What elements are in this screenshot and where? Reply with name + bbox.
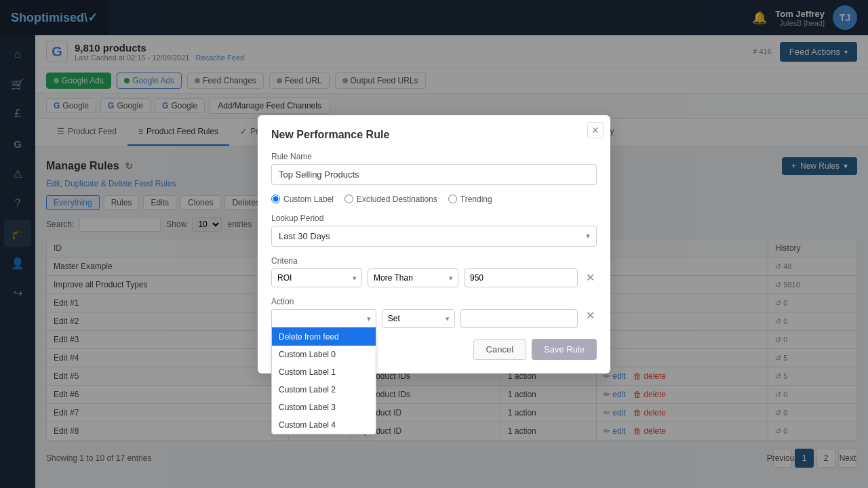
radio-trending[interactable]: Trending [448, 195, 492, 204]
radio-trending-text: Trending [460, 195, 492, 204]
rule-name-group: Rule Name [271, 152, 597, 185]
cancel-button[interactable]: Cancel [473, 339, 526, 360]
dropdown-item-custom-label-2[interactable]: Custom Label 2 [272, 381, 376, 399]
action-label: Action [271, 297, 597, 306]
dropdown-item-custom-label-1[interactable]: Custom Label 1 [272, 363, 376, 381]
new-performance-rule-modal: ✕ New Performance Rule Rule Name Custom … [258, 115, 610, 373]
criteria-field-wrapper: ROI Revenue Orders Clicks Impressions CT… [271, 268, 362, 287]
dropdown-item-custom-label-3[interactable]: Custom Label 3 [272, 399, 376, 416]
save-rule-button[interactable]: Save Rule [532, 339, 597, 360]
radio-excluded-text: Excluded Destinations [357, 195, 437, 204]
criteria-label: Criteria [271, 256, 597, 266]
criteria-group: Criteria ROI Revenue Orders Clicks Impre… [271, 256, 597, 287]
modal-overlay[interactable]: ✕ New Performance Rule Rule Name Custom … [0, 0, 868, 488]
radio-group: Custom Label Excluded Destinations Trend… [271, 195, 597, 204]
criteria-op-wrapper: More Than Less Than Equal To Between [368, 268, 458, 287]
radio-excluded-input[interactable] [344, 195, 353, 203]
radio-options: Custom Label Excluded Destinations Trend… [271, 195, 597, 204]
criteria-value-input[interactable] [464, 268, 578, 287]
rule-name-input[interactable] [271, 164, 597, 185]
action-dropdown-list: Delete from feed Custom Label 0 Custom L… [271, 328, 376, 434]
radio-custom-label[interactable]: Custom Label [271, 195, 334, 204]
modal-close-button[interactable]: ✕ [587, 122, 604, 138]
criteria-op-select[interactable]: More Than Less Than Equal To Between [368, 268, 458, 287]
modal-title: New Performance Rule [271, 129, 597, 141]
action-op-wrapper: Set [382, 309, 455, 328]
action-remove-button[interactable]: ✕ [583, 309, 597, 323]
dropdown-item-custom-label-4[interactable]: Custom Label 4 [272, 416, 376, 434]
radio-trending-input[interactable] [448, 195, 457, 203]
action-field-container: Delete from feed Custom Label 0 Custom L… [271, 309, 376, 328]
action-value-input[interactable] [460, 309, 578, 328]
criteria-row: ROI Revenue Orders Clicks Impressions CT… [271, 268, 597, 287]
criteria-remove-button[interactable]: ✕ [583, 271, 597, 285]
dropdown-item-delete-from-feed[interactable]: Delete from feed [272, 328, 376, 346]
action-row: Delete from feed Custom Label 0 Custom L… [271, 309, 597, 328]
lookup-period-select[interactable]: Last 7 Days Last 14 Days Last 30 Days La… [271, 226, 597, 247]
radio-excluded-destinations[interactable]: Excluded Destinations [344, 195, 437, 204]
criteria-field-select[interactable]: ROI Revenue Orders Clicks Impressions CT… [271, 268, 362, 287]
radio-custom-label-text: Custom Label [283, 195, 334, 204]
rule-name-label: Rule Name [271, 152, 597, 161]
radio-custom-label-input[interactable] [271, 195, 280, 203]
lookup-period-group: Lookup Period Last 7 Days Last 14 Days L… [271, 214, 597, 247]
dropdown-item-custom-label-0[interactable]: Custom Label 0 [272, 346, 376, 363]
action-group: Action Delete from feed Custom Label 0 C… [271, 297, 597, 328]
lookup-period-label: Lookup Period [271, 214, 597, 223]
action-op-select[interactable]: Set [382, 309, 455, 328]
lookup-period-wrapper: Last 7 Days Last 14 Days Last 30 Days La… [271, 226, 597, 247]
action-field-select[interactable]: Delete from feed Custom Label 0 Custom L… [271, 309, 376, 328]
